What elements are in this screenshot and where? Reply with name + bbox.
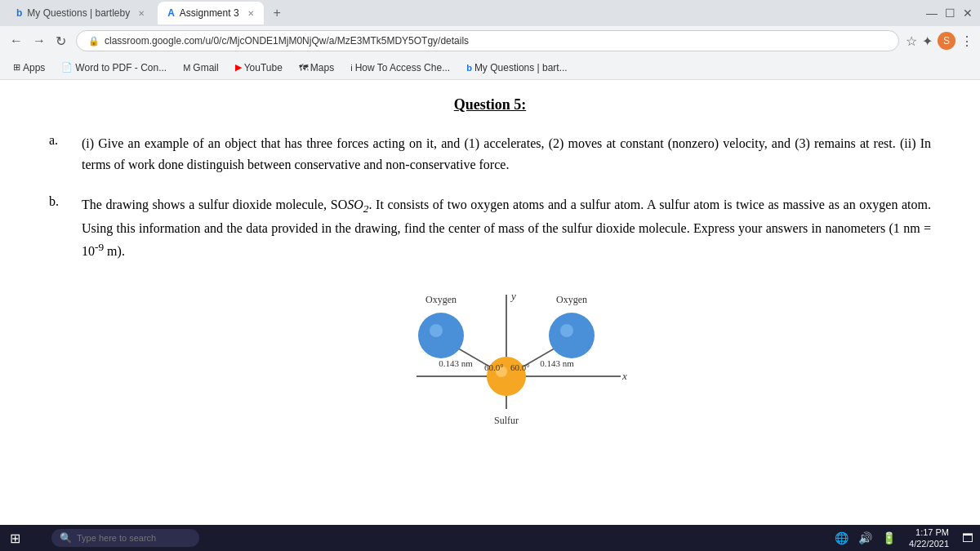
svg-text:y: y bbox=[510, 290, 516, 302]
svg-point-7 bbox=[560, 324, 573, 337]
svg-text:Oxygen: Oxygen bbox=[556, 294, 587, 305]
so2-formula: SO2 bbox=[347, 198, 368, 211]
word-pdf-icon: 📄 bbox=[61, 62, 73, 73]
taskbar-search-input[interactable] bbox=[77, 533, 191, 543]
notification-icon[interactable]: 🗖 bbox=[959, 531, 977, 544]
taskbar-search-bar[interactable]: 🔍 bbox=[51, 529, 199, 547]
minimize-button[interactable]: — bbox=[926, 7, 938, 20]
so2-diagram: y x bbox=[82, 278, 931, 448]
address-bar: ← → ↻ 🔒 classroom.google.com/u/0/c/MjcON… bbox=[0, 26, 980, 56]
part-b-text: The drawing shows a sulfur dioxide molec… bbox=[82, 194, 931, 448]
how-to-icon: i bbox=[350, 63, 352, 73]
svg-text:60.0°: 60.0° bbox=[484, 362, 504, 372]
bookmark-youtube-label: YouTube bbox=[244, 62, 283, 73]
bookmark-how-to[interactable]: i How To Access Che... bbox=[344, 60, 457, 75]
taskbar-clock[interactable]: 1:17 PM 4/22/2021 bbox=[902, 527, 956, 550]
taskbar-search-icon: 🔍 bbox=[60, 532, 72, 544]
bookmarks-bar: ⊞ Apps 📄 Word to PDF - Con... M Gmail ▶ … bbox=[0, 56, 980, 80]
tab-assignment-close[interactable]: ✕ bbox=[247, 9, 254, 18]
taskbar-search-circle[interactable] bbox=[30, 529, 48, 547]
apps-icon: ⊞ bbox=[13, 62, 20, 73]
maximize-button[interactable]: ☐ bbox=[944, 7, 956, 20]
oxygen-left-circle bbox=[418, 313, 464, 358]
question-title: Question 5: bbox=[49, 96, 931, 113]
so2-svg: y x bbox=[351, 278, 662, 442]
assignment-favicon: A bbox=[167, 7, 175, 19]
bookmark-gmail-label: Gmail bbox=[193, 62, 218, 73]
part-b-label: b. bbox=[49, 194, 82, 448]
tab-bartleby-label: My Questions | bartleby bbox=[27, 7, 130, 19]
system-tray: 🌐 🔊 🔋 bbox=[831, 531, 899, 544]
bookmark-gmail[interactable]: M Gmail bbox=[176, 60, 225, 75]
part-a-label: a. bbox=[49, 133, 82, 175]
bookmark-word-pdf[interactable]: 📄 Word to PDF - Con... bbox=[55, 60, 173, 75]
bookmark-bartleby-label: My Questions | bart... bbox=[474, 62, 568, 73]
forward-button[interactable]: → bbox=[29, 32, 49, 50]
lock-icon: 🔒 bbox=[88, 36, 100, 47]
taskbar-date-display: 4/22/2021 bbox=[909, 538, 949, 549]
bookmark-apps-label: Apps bbox=[23, 62, 45, 73]
bookmark-icon[interactable]: ☆ bbox=[906, 33, 917, 49]
battery-icon[interactable]: 🔋 bbox=[879, 531, 899, 544]
menu-icon[interactable]: ⋮ bbox=[960, 33, 973, 49]
part-b: b. The drawing shows a sulfur dioxide mo… bbox=[49, 194, 931, 448]
taskbar: ⊞ 🔍 🌐 🔊 🔋 1:17 PM 4/22/2021 🗖 bbox=[0, 525, 980, 551]
svg-text:60.0°: 60.0° bbox=[510, 362, 530, 372]
bookmark-how-to-label: How To Access Che... bbox=[355, 62, 451, 73]
svg-text:0.143 nm: 0.143 nm bbox=[439, 358, 473, 368]
network-icon[interactable]: 🌐 bbox=[831, 531, 852, 544]
bookmark-maps-label: Maps bbox=[310, 62, 334, 73]
url-text: classroom.google.com/u/0/c/MjcONDE1MjM0N… bbox=[105, 35, 469, 47]
extension-icon[interactable]: ✦ bbox=[922, 33, 933, 49]
bookmark-youtube[interactable]: ▶ YouTube bbox=[229, 60, 289, 75]
oxygen-right-circle bbox=[549, 313, 595, 358]
part-a-text: (i) Give an example of an object that ha… bbox=[82, 133, 931, 175]
close-button[interactable]: ✕ bbox=[962, 7, 973, 20]
svg-point-6 bbox=[430, 324, 443, 337]
svg-text:Oxygen: Oxygen bbox=[425, 294, 457, 305]
svg-text:Sulfur: Sulfur bbox=[494, 415, 519, 426]
page-content: Question 5: a. (i) Give an example of an… bbox=[0, 80, 980, 525]
new-tab-button[interactable]: + bbox=[267, 6, 287, 20]
bookmark-word-pdf-label: Word to PDF - Con... bbox=[75, 62, 167, 73]
profile-icon[interactable]: S bbox=[938, 32, 956, 50]
tab-bartleby-close[interactable]: ✕ bbox=[138, 9, 145, 18]
youtube-icon: ▶ bbox=[235, 62, 242, 73]
svg-text:0.143 nm: 0.143 nm bbox=[540, 358, 574, 368]
start-button[interactable]: ⊞ bbox=[3, 531, 27, 546]
back-button[interactable]: ← bbox=[7, 32, 26, 50]
tab-assignment-label: Assignment 3 bbox=[180, 7, 239, 19]
tab-assignment[interactable]: A Assignment 3 ✕ bbox=[158, 2, 263, 24]
bookmark-apps[interactable]: ⊞ Apps bbox=[7, 60, 51, 75]
bookmark-maps[interactable]: 🗺 Maps bbox=[292, 60, 341, 75]
url-bar[interactable]: 🔒 classroom.google.com/u/0/c/MjcONDE1MjM… bbox=[76, 30, 899, 51]
gmail-icon: M bbox=[183, 63, 190, 73]
bartleby-bm-icon: b bbox=[466, 63, 472, 73]
taskbar-time-display: 1:17 PM bbox=[909, 527, 949, 538]
maps-icon: 🗺 bbox=[299, 63, 308, 73]
window-controls: — ☐ ✕ bbox=[926, 7, 973, 20]
tab-bartleby[interactable]: b My Questions | bartleby ✕ bbox=[7, 2, 154, 24]
bookmark-bartleby[interactable]: b My Questions | bart... bbox=[460, 60, 574, 75]
title-bar: b My Questions | bartleby ✕ A Assignment… bbox=[0, 0, 980, 26]
volume-icon[interactable]: 🔊 bbox=[855, 531, 875, 544]
part-a: a. (i) Give an example of an object that… bbox=[49, 133, 931, 175]
bartleby-favicon: b bbox=[16, 7, 22, 19]
refresh-button[interactable]: ↻ bbox=[52, 32, 69, 51]
svg-text:x: x bbox=[621, 370, 627, 382]
